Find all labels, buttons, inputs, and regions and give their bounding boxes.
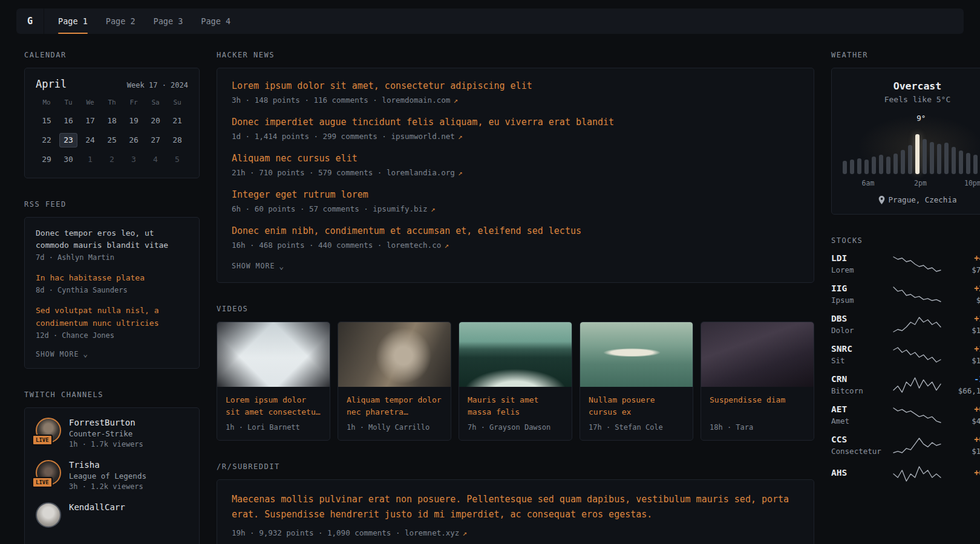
stock-ticker: AET (831, 404, 887, 414)
twitch-channel-name[interactable]: KendallCarr (69, 502, 125, 512)
weather-bar (923, 139, 927, 174)
calendar-day: 24 (81, 133, 99, 147)
hacker-news-list: Lorem ipsum dolor sit amet, consectetur … (232, 80, 799, 250)
weather-bar-current (915, 134, 920, 174)
video-title[interactable]: Nullam posuere cursus ex (580, 387, 693, 418)
stock-name: Sit (831, 356, 887, 365)
calendar-day: 26 (125, 133, 143, 147)
show-more-label: SHOW MORE (232, 262, 275, 270)
stock-ticker: LDI (831, 253, 887, 263)
page-tab[interactable]: Page 4 (192, 8, 240, 34)
page-tabs: Page 1 Page 2 Page 3 Page 4 (49, 8, 240, 34)
app-logo[interactable]: G (16, 8, 44, 34)
hacker-news-item-stats: 6h · 60 points · 57 comments · (232, 204, 368, 213)
stock-row[interactable]: CRN Bitcorn -1.00% $66,171.48 (831, 374, 980, 395)
rss-item-title[interactable]: In hac habitasse platea (36, 272, 188, 284)
hacker-news-item-domain[interactable]: loremdomain.com (382, 96, 450, 105)
hacker-news-item-title[interactable]: Integer eget rutrum lorem (232, 189, 799, 200)
hacker-news-item-title[interactable]: Donec enim nibh, condimentum et accumsan… (232, 225, 799, 236)
page-tab[interactable]: Page 2 (97, 8, 145, 34)
calendar-day-headers: MoTuWeThFrSaSu (36, 99, 188, 114)
hacker-news-item-title[interactable]: Donec imperdiet augue tincidunt felis al… (232, 117, 799, 128)
video-card[interactable]: Lorem ipsum dolor sit amet consectetu… 1… (217, 322, 330, 441)
hacker-news-item-title[interactable]: Lorem ipsum dolor sit amet, consectetur … (232, 80, 799, 91)
calendar-dow: We (79, 99, 101, 106)
hacker-news-item-title[interactable]: Aliquam nec cursus elit (232, 153, 799, 164)
page-tab[interactable]: Page 1 (49, 8, 97, 34)
weather-bar (901, 150, 905, 174)
hacker-news-item-domain[interactable]: loremtech.co (387, 241, 441, 250)
stock-row[interactable]: CCS Consectetur +0.51% $165.84 (831, 435, 980, 456)
video-card[interactable]: Mauris sit amet massa felis 7h · Grayson… (459, 322, 572, 441)
stock-sparkline (892, 465, 942, 483)
video-card[interactable]: Nullam posuere cursus ex 17h · Stefan Co… (580, 322, 693, 441)
stock-row[interactable]: DBS Dolor +1.42% $156.28 (831, 314, 980, 335)
twitch-channel-meta: 1h · 1.7k viewers (69, 440, 143, 448)
chevron-down-icon: ⌄ (279, 262, 284, 270)
hacker-news-item-stats: 3h · 148 points · 116 comments · (232, 96, 377, 105)
calendar-dow: Tu (57, 99, 79, 106)
external-link-icon: ↗ (458, 132, 463, 141)
hacker-news-show-more-button[interactable]: SHOW MORE ⌄ (232, 262, 799, 270)
twitch-channel-row[interactable]: LIVE Trisha League of Legends 3h · 1.2k … (36, 460, 188, 491)
twitch-channel-name[interactable]: ForrestBurton (69, 418, 143, 427)
rss-item-title[interactable]: Sed volutpat nulla nisl, a condimentum n… (36, 305, 188, 329)
calendar-day: 15 (38, 114, 56, 128)
hacker-news-item-meta: 16h · 468 points · 440 comments · loremt… (232, 241, 799, 250)
twitch-channel-row[interactable]: LIVE ForrestBurton Counter-Strike 1h · 1… (36, 418, 188, 448)
hacker-news-item: Donec imperdiet augue tincidunt felis al… (232, 117, 799, 141)
video-card[interactable]: Aliquam tempor dolor nec pharetra… 1h · … (338, 322, 451, 441)
stock-change: +0.46% (947, 468, 980, 478)
external-link-icon: ↗ (462, 528, 467, 537)
stock-row[interactable]: AHS +0.46% (831, 465, 980, 483)
weather-section-title: WEATHER (831, 51, 980, 59)
stock-row[interactable]: SNRC Sit +1.36% $148.64 (831, 344, 980, 365)
subreddit-post-stats: 19h · 9,932 points · 1,090 comments · (232, 528, 400, 537)
hacker-news-item-meta: 1d · 1,414 points · 299 comments · ipsum… (232, 132, 799, 141)
stock-price: $499.72 (947, 416, 980, 426)
show-more-label: SHOW MORE (36, 350, 79, 358)
stocks-widget: STOCKS LDI Lorem +4.35% $795.18 (831, 236, 980, 483)
avatar-image (36, 502, 61, 528)
weather-bar (937, 144, 941, 174)
hacker-news-item-domain[interactable]: ipsumify.biz (373, 204, 427, 213)
calendar-dow: Mo (36, 99, 57, 106)
hacker-news-item-domain[interactable]: ipsumworld.net (391, 132, 454, 141)
weather-bar (908, 145, 912, 174)
calendar-day: 3 (125, 152, 143, 167)
weather-bar (952, 147, 956, 174)
stock-row[interactable]: LDI Lorem +4.35% $795.18 (831, 253, 980, 274)
subreddit-post-title[interactable]: Maecenas mollis pulvinar erat non posuer… (232, 492, 799, 522)
video-title[interactable]: Suspendisse diam (701, 387, 814, 418)
twitch-channel-row[interactable]: KendallCarr (36, 502, 188, 528)
subreddit-post-meta: 19h · 9,932 points · 1,090 comments · lo… (232, 528, 799, 537)
weather-bar (886, 157, 890, 174)
calendar-card: April Week 17 · 2024 MoTuWeThFrSaSu 1516… (24, 68, 200, 178)
video-title[interactable]: Aliquam tempor dolor nec pharetra… (338, 387, 451, 418)
calendar-dow: Sa (145, 99, 166, 106)
weather-bar (857, 158, 861, 174)
calendar-day: 30 (59, 152, 77, 167)
rss-item-title[interactable]: Donec tempor eros leo, ut commodo mauris… (36, 227, 188, 251)
video-title[interactable]: Lorem ipsum dolor sit amet consectetu… (217, 387, 330, 418)
stock-row[interactable]: IIG Ipsum +2.84% $42.04 (831, 283, 980, 305)
weather-widget: WEATHER Overcast Feels like 5°C 9° 6am 2… (831, 51, 980, 215)
calendar-day: 18 (103, 114, 121, 128)
stock-change: +1.42% (947, 314, 980, 323)
hacker-news-item-domain[interactable]: loremlandia.org (387, 168, 455, 177)
stock-values: +0.51% $165.84 (947, 435, 980, 456)
stock-name: Consectetur (831, 447, 887, 456)
avatar (36, 502, 61, 528)
calendar-day: 16 (59, 114, 77, 128)
rss-show-more-button[interactable]: SHOW MORE ⌄ (36, 350, 188, 358)
stock-row[interactable]: AET Amet +0.92% $499.72 (831, 404, 980, 426)
calendar-section-title: CALENDAR (24, 51, 200, 59)
stock-identity: AET Amet (831, 404, 887, 426)
twitch-channel-name[interactable]: Trisha (69, 460, 146, 470)
video-card[interactable]: Suspendisse diam 18h · Tara (701, 322, 814, 441)
page-tab[interactable]: Page 3 (145, 8, 192, 34)
subreddit-post-domain[interactable]: loremnet.xyz (405, 528, 459, 537)
video-title[interactable]: Mauris sit amet massa felis (459, 387, 572, 418)
stock-ticker: CCS (831, 435, 887, 444)
hacker-news-item: Aliquam nec cursus elit 21h · 710 points… (232, 153, 799, 177)
